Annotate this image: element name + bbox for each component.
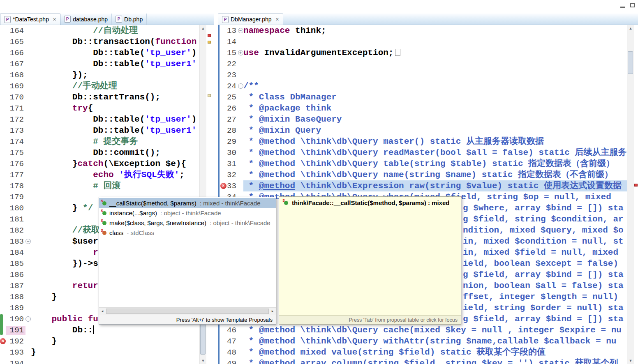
code-text[interactable]: * @method \think\db\Query table(string $… — [243, 158, 638, 169]
code-text[interactable]: Db::commit(); — [31, 147, 214, 158]
marker-gutter — [0, 236, 6, 247]
scroll-up-icon[interactable]: ▲ — [200, 25, 206, 32]
line-number: 166 — [6, 48, 25, 58]
marker-gutter — [220, 47, 227, 58]
code-text[interactable]: * @mixin BaseQuery — [243, 114, 638, 125]
scroll-down-icon[interactable]: ▼ — [627, 357, 634, 364]
code-text[interactable]: Db::table('tp_user') — [31, 114, 214, 125]
code-text[interactable]: * @method \think\db\Expression raw(strin… — [243, 180, 638, 191]
collapsed-code-icon[interactable] — [395, 49, 400, 56]
error-icon[interactable]: ✕ — [220, 183, 227, 189]
code-line: ✕192 } — [0, 336, 214, 347]
popup-horizontal-scrollbar[interactable]: ◂ ▸ — [99, 307, 276, 315]
scrollbar-thumb[interactable] — [628, 51, 633, 74]
code-text[interactable]: * Class DbManager — [243, 92, 638, 103]
tab-db-php[interactable]: PDb.php — [112, 14, 147, 25]
marker-gutter — [0, 247, 6, 258]
code-text[interactable]: }catch(\Exception $e){ — [31, 158, 214, 169]
marker-gutter — [0, 280, 6, 291]
line-number: 180 — [6, 204, 25, 213]
code-text[interactable]: }); — [31, 69, 214, 81]
marker-gutter — [220, 103, 227, 114]
code-text[interactable]: # 提交事务 — [31, 136, 214, 147]
close-icon[interactable]: ✕ — [275, 17, 279, 22]
code-text[interactable]: //自动处理 — [31, 25, 214, 36]
marker-gutter — [0, 81, 6, 92]
fold-gutter: + — [238, 50, 243, 55]
code-text[interactable]: Db:: — [31, 325, 214, 336]
code-text[interactable]: //手动处理 — [31, 81, 214, 92]
collapse-icon[interactable]: − — [25, 316, 31, 322]
error-overview-mark[interactable] — [634, 184, 638, 187]
code-text[interactable]: echo '执行SQL失败'; — [31, 169, 214, 180]
marker-gutter — [0, 92, 6, 103]
close-icon[interactable]: ✕ — [53, 17, 56, 22]
completion-list[interactable]: S__callStatic($method, $params) : mixed … — [99, 197, 276, 307]
code-text[interactable]: try{ — [31, 103, 214, 114]
tab-database-php[interactable]: Pdatabase.php — [60, 14, 112, 25]
code-text[interactable] — [31, 358, 214, 364]
code-text[interactable]: use InvalidArgumentException; — [243, 47, 638, 58]
tab-dbmanager-php[interactable]: PDbManager.php✕ — [218, 14, 283, 25]
code-text[interactable]: Db::table('tp_user1' — [31, 58, 214, 69]
collapse-icon[interactable]: − — [25, 239, 31, 244]
scrollbar-thumb[interactable] — [106, 309, 269, 314]
code-text[interactable]: Db::startTrans(); — [31, 92, 214, 103]
completion-item[interactable]: Sinstance(...$args) : object - think\Fac… — [99, 208, 276, 218]
error-overview-mark[interactable] — [208, 34, 211, 37]
code-text[interactable]: * @method array column(string $field, st… — [243, 358, 638, 364]
scroll-down-icon[interactable]: ▼ — [200, 357, 206, 364]
line-number: 31 — [227, 159, 238, 168]
task-overview-mark[interactable] — [208, 94, 211, 97]
warning-overview-mark[interactable] — [208, 41, 211, 44]
marker-gutter — [220, 114, 227, 125]
completion-item[interactable]: S__callStatic($method, $params) : mixed … — [99, 198, 276, 208]
expand-icon[interactable]: + — [238, 50, 243, 55]
completion-item[interactable]: Sclass - stdClass — [99, 228, 276, 237]
doc-tooltip[interactable]: S think\Facade::__callStatic($method, $p… — [279, 196, 461, 325]
code-text[interactable]: # 回滚 — [31, 180, 214, 191]
code-text[interactable] — [243, 36, 638, 47]
line-number: 176 — [6, 159, 25, 168]
maximize-button[interactable] — [629, 2, 637, 9]
tab--datatest-php[interactable]: P*DataTest.php✕ — [0, 14, 60, 25]
code-text[interactable]: * @package think — [243, 103, 638, 114]
code-text[interactable]: namespace think; — [243, 25, 638, 36]
collapse-icon[interactable]: − — [238, 83, 243, 89]
scroll-right-icon[interactable]: ▸ — [269, 308, 276, 315]
code-text[interactable]: } — [31, 336, 214, 347]
error-icon[interactable]: ✕ — [0, 338, 6, 344]
code-text[interactable]: * @method \think\db\Query cache(mixed $k… — [243, 325, 638, 336]
code-text[interactable]: * @method \think\db\Query name(string $n… — [243, 169, 638, 180]
code-text[interactable]: * @method \think\db\Query master() stati… — [243, 136, 638, 147]
minimize-button[interactable] — [619, 2, 627, 9]
code-text[interactable]: } — [31, 347, 214, 358]
code-text[interactable]: Db::table('tp_user') — [31, 47, 214, 58]
code-text[interactable]: /** — [243, 81, 638, 92]
code-text[interactable]: * @mixin Query — [243, 125, 638, 136]
code-text[interactable]: * @method \think\db\Query withAttr(strin… — [243, 336, 638, 347]
scroll-up-icon[interactable]: ▲ — [627, 25, 634, 32]
collapse-icon[interactable]: − — [238, 28, 243, 33]
line-number: 27 — [227, 115, 238, 124]
code-text[interactable] — [243, 69, 638, 81]
scroll-left-icon[interactable]: ◂ — [99, 308, 106, 315]
right-vertical-scrollbar[interactable]: ▲ ▼ — [627, 25, 634, 364]
completion-label: __callStatic($method, $params) — [109, 200, 196, 207]
line-number: 30 — [227, 148, 238, 157]
code-line: 178 # 回滚 — [0, 180, 214, 191]
code-line: 24−/** — [218, 81, 638, 92]
line-number: 186 — [6, 270, 25, 279]
code-text[interactable]: Db::transaction(function — [31, 36, 214, 47]
completion-item[interactable]: Smake($class, $args, $newInstance) : obj… — [99, 218, 276, 228]
marker-gutter — [0, 58, 6, 69]
code-text[interactable] — [243, 58, 638, 69]
code-text[interactable]: * @method \think\db\Query readMaster(boo… — [243, 147, 638, 158]
content-assist-popup: S__callStatic($method, $params) : mixed … — [99, 197, 276, 325]
marker-gutter — [220, 58, 227, 69]
code-line: 172 Db::table('tp_user') — [0, 114, 214, 125]
code-line: 30 * @method \think\db\Query readMaster(… — [218, 147, 638, 158]
code-text[interactable]: Db::table('tp_user1' — [31, 125, 214, 136]
code-text[interactable]: * @method mixed value(string $field) sta… — [243, 347, 638, 358]
line-number: 46 — [227, 326, 238, 335]
